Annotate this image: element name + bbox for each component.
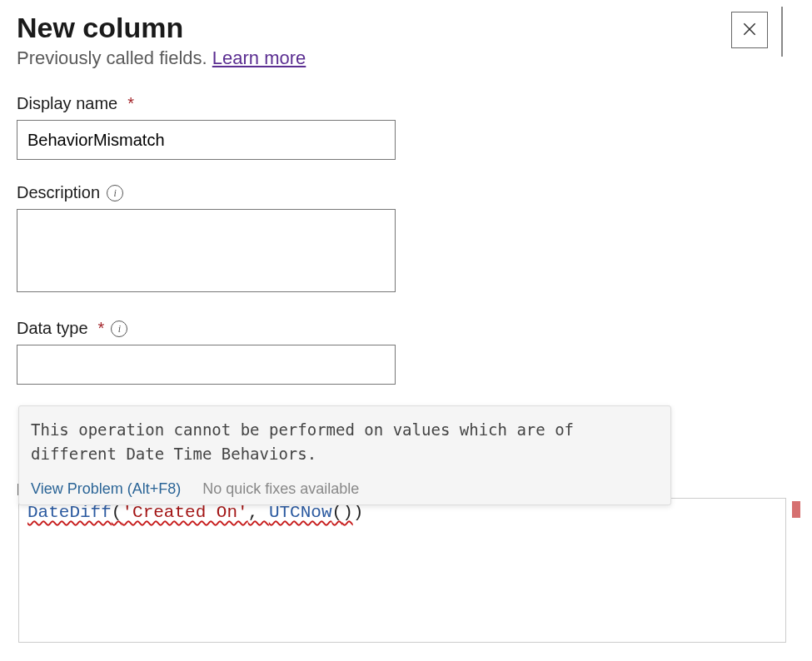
required-asterisk: * [127, 94, 134, 113]
data-type-select[interactable] [17, 345, 396, 385]
panel-right-divider [781, 7, 783, 57]
page-subtitle: Previously called fields. Learn more [17, 47, 783, 69]
required-asterisk: * [98, 319, 105, 338]
display-name-input[interactable] [17, 120, 396, 160]
formula-token-close: ) [353, 503, 364, 522]
diagnostic-tooltip: This operation cannot be performed on va… [18, 405, 671, 505]
learn-more-link[interactable]: Learn more [212, 47, 306, 68]
info-icon[interactable]: i [107, 185, 123, 201]
editor-minimap-marker [792, 501, 800, 518]
subtitle-text: Previously called fields. [17, 47, 212, 68]
close-button[interactable] [731, 12, 768, 48]
display-name-label: Display name * [17, 94, 783, 113]
display-name-label-text: Display name [17, 94, 117, 113]
page-title: New column [17, 12, 783, 44]
formula-editor[interactable]: DateDiff('Created On', UTCNow()) [18, 498, 786, 643]
no-quick-fixes-text: No quick fixes available [202, 480, 359, 498]
formula-token-arg1: 'Created On' [122, 503, 247, 522]
data-type-label-text: Data type [17, 319, 88, 338]
diagnostic-message: This operation cannot be performed on va… [31, 418, 659, 467]
formula-token-comma: , [248, 503, 269, 522]
data-type-label: Data type * i [17, 319, 783, 338]
formula-token-close2: ) [342, 503, 353, 522]
description-label-text: Description [17, 183, 100, 202]
view-problem-link[interactable]: View Problem (Alt+F8) [31, 480, 181, 498]
formula-token-open2: ( [332, 503, 343, 522]
close-icon [741, 21, 758, 40]
formula-token-func2: UTCNow [269, 503, 332, 522]
description-input[interactable] [17, 209, 396, 292]
info-icon[interactable]: i [111, 321, 127, 337]
description-label: Description i [17, 183, 783, 202]
formula-token-open: ( [112, 503, 122, 522]
formula-token-func: DateDiff [27, 503, 112, 522]
